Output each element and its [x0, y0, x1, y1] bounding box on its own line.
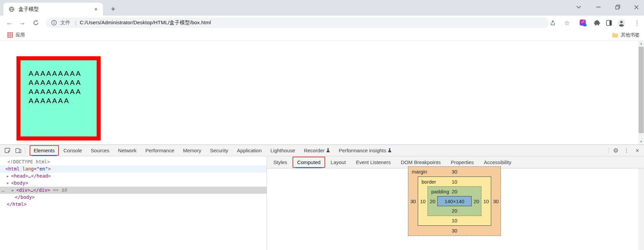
devtools-tab-recorder[interactable]: Recorder	[300, 145, 335, 156]
sidebar-tab-label: Styles	[273, 159, 287, 165]
dom-tree-row[interactable]: <html lang="en">	[0, 165, 267, 173]
reload-icon[interactable]	[31, 18, 40, 27]
devtools-tab-security[interactable]: Security	[206, 145, 233, 156]
padding-right-value: 20	[472, 187, 481, 216]
expand-arrow-icon[interactable]: ▶	[12, 187, 13, 194]
border-left-value: 10	[418, 177, 428, 225]
sidebar-tab-label: Layout	[331, 159, 346, 165]
forward-icon[interactable]: →	[18, 18, 27, 27]
sidebar-tab-styles[interactable]: Styles	[268, 156, 292, 168]
sidebar-tab-layout[interactable]: Layout	[326, 156, 351, 168]
devtools-tab-label: Application	[237, 148, 262, 153]
box-model-content[interactable]: 140×140	[437, 196, 472, 206]
devtools-tab-lighthouse[interactable]: Lighthouse	[266, 145, 299, 156]
window-close-button[interactable]	[629, 0, 644, 14]
dom-node-text: <body>	[0, 180, 28, 186]
page-scrollbar[interactable]: ▲ ▼	[638, 41, 644, 145]
devtools-close-icon[interactable]: ✕	[632, 146, 643, 155]
devtools-tab-label: Sources	[91, 148, 109, 153]
box-model-diagram: margin 30 30 30 30 border 10 10 10 10 pa…	[408, 166, 501, 236]
devtools-tab-sources[interactable]: Sources	[87, 145, 114, 156]
side-panel-icon[interactable]	[604, 18, 614, 28]
address-bar[interactable]: 文件 | C:/Users/Administrator/Desktop/HTML…	[46, 18, 549, 28]
other-bookmarks-label: 其他书签	[621, 32, 640, 38]
sidebar-tab-label: Properties	[451, 159, 474, 165]
tab-search-chevron-icon[interactable]	[571, 0, 586, 14]
devtools-tab-network[interactable]: Network	[114, 145, 141, 156]
sidebar-tab-event-listeners[interactable]: Event Listeners	[351, 156, 396, 168]
url-text: C:/Users/Administrator/Desktop/HTML/盒子模型…	[80, 20, 211, 26]
expand-arrow-icon[interactable]: ▼	[7, 180, 8, 187]
dom-tree-row[interactable]: </body>	[0, 194, 267, 201]
browser-tab[interactable]: 盒子模型 ✕	[3, 3, 103, 15]
dom-node-text: </html>	[0, 201, 27, 207]
minimize-button[interactable]	[590, 0, 606, 14]
page-scrollbar-thumb[interactable]	[639, 47, 644, 133]
box-model-border-ring[interactable]: border 10 10 10 10 padding 20 20 20 20 1…	[418, 177, 491, 226]
restore-button[interactable]	[610, 0, 625, 14]
scroll-down-icon[interactable]: ▼	[638, 139, 644, 145]
devtools-tab-label: Console	[64, 148, 82, 153]
flask-icon	[326, 148, 330, 153]
globe-favicon-icon	[9, 6, 14, 12]
dom-tree-row[interactable]: ▶<head>…</head>	[0, 173, 267, 180]
devtools-tab-memory[interactable]: Memory	[179, 145, 206, 156]
devtools-tab-performance-insights[interactable]: Performance insights	[334, 145, 396, 156]
devtools-tab-label: Security	[210, 148, 228, 153]
browser-menu-icon[interactable]: ⋮	[632, 18, 642, 28]
new-tab-button[interactable]: +	[108, 4, 118, 14]
info-icon[interactable]	[51, 20, 57, 26]
devtools-settings-gear-icon[interactable]: ⚙	[610, 146, 621, 155]
dom-tree-row[interactable]: <!DOCTYPE html>	[0, 158, 267, 165]
browser-toolbar: ← → 文件 | C:/Users/Administrator/Desktop/…	[0, 15, 644, 30]
box-model-demo-element: A A A A A A A A AA A A A A A A A AA A A …	[16, 56, 101, 140]
box-model-padding-ring[interactable]: padding 20 20 20 20 140×140	[428, 186, 481, 216]
devtools-body: <!DOCTYPE html><html lang="en">▶<head>…<…	[0, 156, 644, 250]
sidebar-tab-computed[interactable]: Computed	[292, 156, 326, 168]
tab-strip: 盒子模型 ✕ +	[0, 0, 644, 15]
flask-icon	[388, 148, 392, 153]
dom-node-text: <html lang="en">	[0, 166, 51, 171]
row-ellipsis-gutter[interactable]: …	[2, 187, 4, 194]
dom-tree-row[interactable]: ▼<body>	[0, 180, 267, 187]
devtools-tab-label: Performance insights	[339, 148, 386, 153]
sidebar-tab-label: DOM Breakpoints	[401, 159, 441, 165]
padding-left-value: 20	[428, 187, 437, 216]
sidebar-tab-label: Accessibility	[484, 159, 511, 165]
tab-title: 盒子模型	[19, 6, 92, 12]
devtools-tab-label: Recorder	[304, 148, 325, 153]
sidebar-scrollbar[interactable]	[638, 168, 644, 250]
tab-close-icon[interactable]: ✕	[92, 5, 100, 13]
devtools-tab-label: Elements	[34, 148, 55, 153]
expand-arrow-icon[interactable]: ▶	[7, 173, 8, 180]
devtools-tabs: ElementsConsoleSourcesNetworkPerformance…	[29, 145, 396, 156]
dom-tree-row[interactable]: …▶<div>…</div> == $0	[0, 187, 267, 194]
extension-badge-icon[interactable]	[578, 18, 588, 28]
page-viewport: A A A A A A A A AA A A A A A A A AA A A …	[0, 41, 644, 145]
devtools-tab-performance[interactable]: Performance	[141, 145, 179, 156]
scroll-up-icon[interactable]: ▲	[638, 41, 644, 46]
devtools-menu-icon[interactable]: ⋮	[621, 146, 632, 155]
back-icon[interactable]: ←	[5, 18, 14, 27]
extensions-puzzle-icon[interactable]	[592, 18, 602, 28]
url-divider: |	[75, 20, 76, 26]
devtools-tab-application[interactable]: Application	[233, 145, 266, 156]
box-model-margin-ring[interactable]: margin 30 30 30 30 border 10 10 10 10 pa…	[408, 166, 501, 236]
share-icon[interactable]	[548, 18, 557, 28]
margin-right-value: 30	[491, 167, 501, 236]
margin-left-value: 30	[408, 167, 418, 236]
devtools-tab-elements[interactable]: Elements	[29, 145, 59, 156]
inspect-element-icon[interactable]	[2, 146, 13, 155]
bookmark-apps[interactable]: 应用	[7, 30, 25, 40]
dom-tree-row[interactable]: </html>	[0, 201, 267, 208]
bookmark-star-icon[interactable]: ☆	[562, 18, 572, 28]
devtools-tab-console[interactable]: Console	[59, 145, 87, 156]
devtools-tab-label: Performance	[145, 148, 174, 153]
margin-top-value: 30	[408, 167, 501, 177]
demo-box-text-line: A A A A A A A	[29, 96, 97, 105]
other-bookmarks[interactable]: 其他书签	[612, 30, 640, 40]
profile-avatar[interactable]	[617, 18, 626, 28]
device-toolbar-icon[interactable]	[13, 146, 24, 155]
sidebar-tab-label: Computed	[297, 159, 320, 165]
bookmarks-bar: 应用 其他书签	[0, 30, 644, 41]
